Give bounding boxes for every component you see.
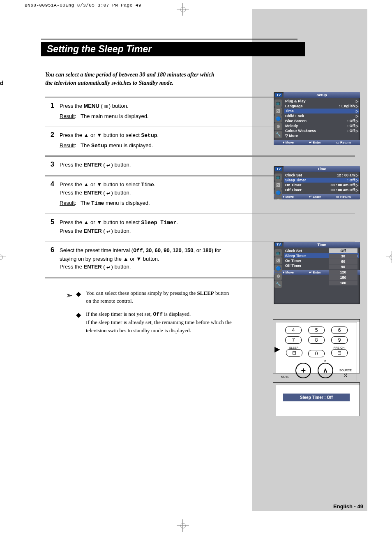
enter-hint: ↵ Enter — [309, 195, 321, 199]
osd-row: Language: English ▷ — [284, 104, 359, 109]
remote-channel-up[interactable]: ∧ — [318, 363, 333, 378]
page-number: English - 49 — [333, 503, 363, 510]
osd-row: Child Lock ▷ — [284, 113, 359, 118]
option-item[interactable]: 180 — [329, 280, 357, 285]
notes-block: ➣ ◆ You can select these options simply … — [66, 289, 234, 335]
enter-hint: ↵ Enter — [309, 141, 321, 144]
p-label: P — [318, 360, 333, 363]
remote-key-5[interactable]: 5 — [308, 327, 325, 334]
sleep-label: SLEEP — [286, 346, 302, 349]
remote-key-0[interactable]: 0 — [308, 350, 325, 357]
move-hint: ♦ Move — [283, 271, 294, 274]
osd-setup-panel: TVSetup📺🖼🔵⚙🔧Plug & Play ▷Language: Engli… — [274, 92, 360, 145]
result-label: Result — [60, 112, 75, 120]
osd-side-icon: 🖼 — [274, 181, 282, 189]
title-rule-top — [41, 39, 297, 39]
step-5: 5Press the ▲ or ▼ button to select Sleep… — [45, 213, 355, 241]
sleep-timer-osd: Sleep Timer : Off — [273, 382, 360, 416]
osd-row: ▽ More — [284, 133, 359, 138]
osd-row: Sleep Timer: Off ▷ — [284, 178, 359, 183]
diamond-icon: ◆ — [76, 310, 86, 335]
result-label: Result — [60, 141, 75, 150]
note-1: You can select these options simply by p… — [86, 289, 234, 305]
prech-label: PRE-CH — [331, 346, 347, 349]
osd-side-icon: ⚙ — [274, 123, 282, 130]
return-hint: ▭ Return — [336, 195, 351, 199]
osd-row: Blue Screen: Off ▷ — [284, 118, 359, 123]
osd-row: Melody: Off ▷ — [284, 123, 359, 128]
edge-cut-letter: d — [0, 80, 4, 86]
osd-time-panel: TVTime📺🖼🔵⚙🔧Clock Set12 : 00 am ▷Sleep Ti… — [274, 166, 360, 199]
move-hint: ♦ Move — [283, 195, 294, 199]
step-body: Press the ▲ or ▼ button to select Time.P… — [60, 181, 155, 208]
step-body: Select the preset time interval (Off, 30… — [60, 246, 224, 271]
osd-footer: ♦ Move↵ Enter▭ Return — [274, 194, 360, 199]
option-item[interactable]: 30 — [329, 254, 357, 259]
remote-key-prech[interactable]: ⊟ — [331, 349, 348, 357]
osd-footer: ♦ Move↵ Enter▭ Return — [274, 140, 360, 145]
step-body: Press the ▲ or ▼ button to select Sleep … — [60, 218, 178, 235]
option-item[interactable]: Off — [329, 248, 357, 253]
return-hint: ▭ Return — [336, 141, 351, 144]
osd-row: Time ▷ — [284, 109, 359, 113]
registration-mark-right — [386, 251, 392, 263]
step-number: 5 — [45, 218, 60, 235]
step-number: 1 — [45, 102, 60, 120]
osd-side-icon: 📺 — [274, 249, 282, 257]
intro-text: You can select a time period of between … — [45, 71, 222, 87]
option-item[interactable]: 60 — [329, 259, 357, 264]
source-icon: ⤮ — [339, 372, 352, 378]
osd-row: Colour Weakness: Off ▷ — [284, 128, 359, 133]
step-number: 3 — [45, 161, 60, 169]
option-item[interactable]: 120 — [329, 270, 357, 275]
osd-side-icon: 🔵 — [274, 189, 282, 197]
remote-key-4[interactable]: 4 — [285, 327, 302, 334]
remote-key-9[interactable]: 9 — [331, 336, 348, 344]
remote-key-sleep[interactable]: ⊟ — [286, 349, 302, 357]
option-item[interactable]: 150 — [329, 275, 357, 280]
osd-side-icon: 📺 — [274, 174, 282, 181]
osd-side-icon: ⚙ — [274, 197, 282, 199]
step-number: 4 — [45, 181, 60, 208]
remote-plus-button[interactable]: + — [295, 363, 311, 378]
pointer-icon: ➣ — [66, 289, 73, 305]
remote-diagram: 456 789 SLEEP⊟ 0 PRE-CH⊟ ▶ MUTE + P∧ SOU… — [273, 319, 360, 373]
registration-mark-left — [0, 251, 6, 263]
osd-time-options-panel: TVTime📺🖼🔵⚙🔧Clock Set Sleep Timer: On Tim… — [274, 242, 360, 304]
osd-title: Time — [284, 242, 360, 248]
osd-row: On Timer00 : 00 am Off ▷ — [284, 183, 359, 188]
osd-side-icon: 🔵 — [274, 115, 282, 123]
remote-key-8[interactable]: 8 — [308, 336, 325, 344]
osd-row: Clock Set12 : 00 am ▷ — [284, 173, 359, 178]
enter-hint: ↵ Enter — [309, 271, 321, 274]
step-number: 6 — [45, 246, 60, 271]
osd-side-icon: ⚙ — [274, 273, 282, 280]
registration-mark-bottom — [177, 519, 189, 532]
osd-row: Plug & Play ▷ — [284, 99, 359, 104]
page-title: Setting the Sleep Timer — [47, 44, 299, 54]
remote-key-7[interactable]: 7 — [285, 336, 302, 344]
source-label: SOURCE — [339, 369, 352, 372]
result-label: Result — [60, 199, 75, 207]
osd-side-icon: 🔵 — [274, 265, 282, 272]
osd-side-icon: 🖼 — [274, 257, 282, 264]
tv-badge: TV — [275, 243, 282, 246]
remote-key-6[interactable]: 6 — [331, 327, 348, 334]
mute-label: MUTE — [281, 375, 289, 378]
option-item[interactable]: 90 — [329, 264, 357, 269]
osd-row: Off Timer00 : 00 am Off ▷ — [284, 188, 359, 192]
page-title-box: Setting the Sleep Timer — [41, 42, 305, 56]
diamond-icon: ◆ — [76, 289, 86, 305]
sleep-timer-text: Sleep Timer : Off — [283, 394, 350, 401]
osd-side-icon: 🔧 — [274, 131, 282, 138]
osd-title: Time — [284, 166, 360, 172]
osd-side-icon: 🔧 — [274, 280, 282, 288]
step-number: 2 — [45, 131, 60, 150]
highlight-arrow-icon: ▶ — [274, 345, 280, 354]
step-body: Press the ▲ or ▼ button to select Setup.… — [60, 131, 159, 150]
osd-side-icon: 🖼 — [274, 107, 282, 115]
osd-side-icon: 📺 — [274, 100, 282, 107]
move-hint: ♦ Move — [283, 141, 294, 144]
options-dropdown: Off306090120150180 — [329, 248, 357, 286]
note-2: If the sleep timer is not yet set, Off i… — [86, 310, 234, 335]
